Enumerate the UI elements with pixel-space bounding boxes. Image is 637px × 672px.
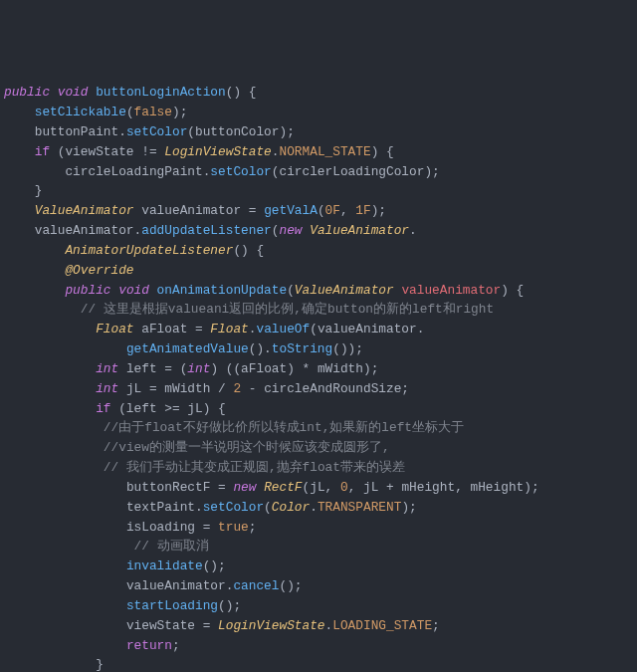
fn: getValA: [264, 203, 318, 218]
sp: [256, 480, 264, 495]
comment: //view的测量一半说明这个时候应该变成圆形了,: [104, 440, 390, 455]
p: jL = mWidth /: [118, 381, 233, 396]
cls: RectF: [264, 480, 302, 495]
id: viewState =: [126, 618, 218, 633]
kw-if: if: [35, 144, 50, 159]
fn: addUpdateListener: [141, 223, 272, 238]
p: .: [310, 500, 318, 515]
p: (left >= jL) {: [111, 401, 226, 416]
p: (: [126, 105, 134, 119]
fn: setClickable: [35, 105, 126, 119]
cls: ValueAnimator: [295, 283, 394, 298]
p: , jL + mHeight, mHeight);: [348, 480, 539, 495]
sp: [149, 283, 157, 298]
kw-void: void: [58, 85, 89, 100]
p: () {: [226, 85, 257, 100]
kw-int: int: [187, 361, 210, 376]
p: (circlerLoadingColor);: [272, 164, 440, 179]
p: valueAnimator =: [134, 203, 265, 218]
p: ,: [340, 203, 355, 218]
const: LOADING_STATE: [332, 618, 432, 633]
p: ) {: [371, 144, 394, 159]
kw-new: new: [279, 223, 302, 238]
comment: // 我们手动让其变成正规圆,抛弃float带来的误差: [104, 460, 405, 475]
fn: startLoading: [126, 598, 218, 613]
comment: // 动画取消: [134, 539, 209, 554]
id: buttonPaint.: [35, 124, 126, 139]
p: ) ((aFloat) * mWidth);: [210, 361, 378, 376]
bool: false: [134, 105, 172, 119]
brace: }: [96, 657, 104, 672]
kw-int: int: [96, 361, 118, 376]
id: valueAnimator.: [126, 578, 234, 593]
fn: toString: [272, 341, 332, 356]
cls: AnimatorUpdateListener: [65, 243, 233, 258]
fn: setColor: [210, 164, 271, 179]
param: valueAnimator: [401, 283, 501, 298]
fn-name: buttonLoginAction: [96, 85, 226, 100]
const: TRANSPARENT: [318, 500, 401, 515]
p: ;: [432, 618, 440, 633]
p: left = (: [118, 361, 187, 376]
p: - circleAndRoundSize;: [241, 381, 409, 396]
p: ;: [249, 520, 257, 535]
id: valueAnimator.: [35, 223, 142, 238]
kw-public: public: [4, 85, 50, 100]
p: (valueAnimator.: [310, 322, 424, 336]
p: (: [318, 203, 325, 218]
brace: }: [35, 183, 43, 198]
code-block: public void buttonLoginAction() { setCli…: [4, 83, 633, 672]
fn: invalidate: [126, 559, 203, 573]
cls: LoginViewState: [218, 618, 325, 633]
fn: setColor: [203, 500, 264, 515]
cls: ValueAnimator: [35, 203, 134, 218]
p: (: [287, 283, 295, 298]
bool: true: [218, 520, 249, 535]
id: buttonRectF =: [126, 480, 234, 495]
p: ();: [279, 578, 302, 593]
p: .: [409, 223, 417, 238]
cls: Color: [272, 500, 310, 515]
fn: onAnimationUpdate: [157, 283, 288, 298]
cls: LoginViewState: [164, 144, 272, 159]
p: ();: [218, 598, 241, 613]
cls: ValueAnimator: [310, 223, 409, 238]
p: aFloat =: [134, 322, 211, 336]
const: NORMAL_STATE: [279, 144, 370, 159]
comment: //由于float不好做比价所以转成int,如果新的left坐标大于: [104, 420, 464, 435]
cls: Float: [96, 322, 133, 336]
p: ());: [332, 341, 363, 356]
kw-if: if: [96, 401, 110, 416]
p: (jL,: [303, 480, 340, 495]
kw-int: int: [96, 381, 118, 396]
id: circleLoadingPaint.: [65, 164, 210, 179]
p: );: [371, 203, 386, 218]
kw-void: void: [118, 283, 149, 298]
comment: // 这里是根据valueani返回的比例,确定button的新的left和ri…: [81, 302, 494, 317]
fn: getAnimatedValue: [126, 341, 249, 356]
fn: cancel: [233, 578, 279, 593]
num: 0F: [325, 203, 340, 218]
p: (viewState !=: [50, 144, 164, 159]
p: (buttonColor);: [187, 124, 295, 139]
kw-new: new: [233, 480, 256, 495]
p: );: [401, 500, 416, 515]
annotation: @Override: [65, 263, 133, 278]
num: 2: [233, 381, 241, 396]
fn: setColor: [126, 124, 187, 139]
id: isLoading =: [126, 520, 218, 535]
id: textPaint.: [126, 500, 203, 515]
p: ;: [172, 638, 180, 653]
p: () {: [233, 243, 264, 258]
p: (: [264, 500, 272, 515]
p: ();: [203, 559, 226, 573]
p: );: [172, 105, 187, 119]
kw-return: return: [126, 638, 172, 653]
num: 0: [340, 480, 348, 495]
p: ) {: [501, 283, 524, 298]
num: 1F: [355, 203, 370, 218]
kw-public: public: [65, 283, 110, 298]
fn: valueOf: [256, 322, 310, 336]
cls: Float: [210, 322, 248, 336]
p: ().: [249, 341, 272, 356]
